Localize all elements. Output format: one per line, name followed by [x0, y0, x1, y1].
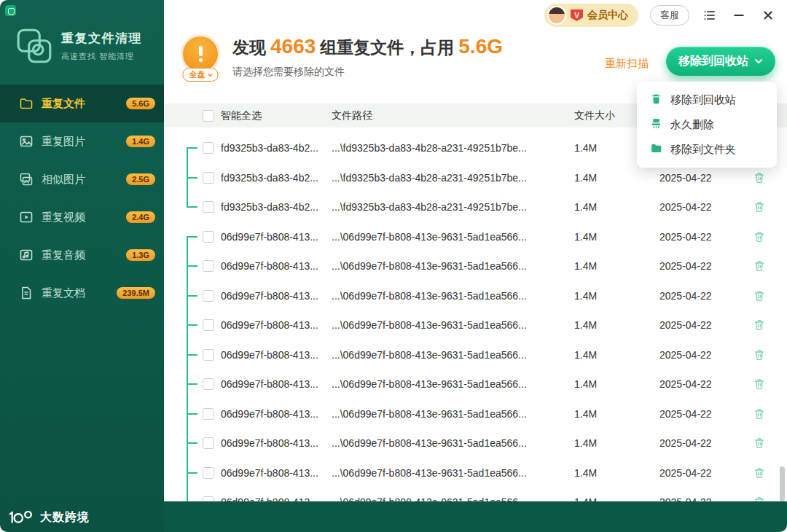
- file-date: 2025-04-22: [659, 201, 747, 213]
- file-path: ...\06d99e7f-b808-413e-9631-5ad1ea566...: [332, 290, 572, 302]
- file-path: ...\fd9325b3-da83-4b28-a231-49251b7be...: [332, 142, 572, 154]
- member-center-button[interactable]: V 会员中心: [544, 4, 638, 27]
- row-checkbox[interactable]: [203, 142, 214, 154]
- file-size: 1.4M: [572, 201, 659, 213]
- app-window: 重复文件清理 高速查找 智能清理 重复文件5.6G重复图片1.4G相似图片2.5…: [0, 0, 787, 532]
- scan-scope-badge[interactable]: 全盘: [183, 68, 219, 82]
- file-size: 1.4M: [572, 349, 659, 361]
- task-list-icon[interactable]: [701, 7, 719, 24]
- row-checkbox[interactable]: [203, 231, 214, 243]
- delete-row-icon[interactable]: [753, 259, 766, 273]
- delete-row-icon[interactable]: [753, 348, 766, 361]
- size-badge: 239.5M: [117, 287, 155, 299]
- delete-row-icon[interactable]: [753, 289, 766, 302]
- file-path: ...\06d99e7f-b808-413e-9631-5ad1ea566...: [332, 408, 572, 420]
- action-menu-item-label: 移除到回收站: [670, 93, 736, 107]
- file-path: ...\06d99e7f-b808-413e-9631-5ad1ea566...: [332, 319, 572, 331]
- delete-row-icon[interactable]: [753, 496, 766, 501]
- table-row: 06d99e7f-b808-413......\06d99e7f-b808-41…: [164, 340, 787, 370]
- file-date: 2025-04-22: [659, 290, 747, 302]
- row-checkbox[interactable]: [203, 496, 214, 501]
- row-checkbox[interactable]: [203, 290, 214, 302]
- row-checkbox[interactable]: [203, 201, 214, 213]
- table-row: 06d99e7f-b808-413......\06d99e7f-b808-41…: [164, 488, 787, 501]
- delete-row-icon[interactable]: [753, 230, 766, 243]
- brand-name: 大数跨境: [40, 510, 90, 525]
- file-date: 2025-04-22: [659, 231, 747, 243]
- file-size: 1.4M: [572, 319, 659, 331]
- scrollbar[interactable]: [780, 466, 785, 501]
- file-name: fd9325b3-da83-4b2...: [221, 201, 318, 213]
- size-badge: 2.4G: [126, 211, 155, 223]
- row-checkbox[interactable]: [203, 172, 214, 184]
- rescan-link[interactable]: 重新扫描: [605, 57, 649, 71]
- file-date: 2025-04-22: [659, 378, 747, 390]
- doc-icon: [19, 286, 34, 300]
- folder-icon: [650, 142, 662, 157]
- sidebar-item-label: 重复音频: [42, 249, 85, 262]
- file-date: 2025-04-22: [659, 260, 747, 272]
- brand-logo: 大数跨境: [7, 509, 90, 525]
- topbar: V 会员中心 客服: [164, 0, 787, 31]
- files-icon: [19, 96, 34, 111]
- close-icon[interactable]: [759, 7, 777, 24]
- minimize-icon[interactable]: [730, 7, 748, 24]
- table-row: 06d99e7f-b808-413......\06d99e7f-b808-41…: [164, 399, 787, 429]
- sidebar-item-4[interactable]: 重复音频1.3G: [0, 236, 164, 274]
- file-name: 06d99e7f-b808-413...: [221, 496, 318, 501]
- action-menu-item-2[interactable]: 移除到文件夹: [637, 137, 777, 162]
- row-checkbox[interactable]: [203, 378, 214, 390]
- delete-row-icon[interactable]: [753, 171, 766, 184]
- size-badge: 5.6G: [126, 98, 155, 109]
- select-all-checkbox[interactable]: [203, 110, 214, 122]
- file-size: 1.4M: [572, 437, 659, 449]
- file-size: 1.4M: [572, 467, 659, 479]
- delete-row-icon[interactable]: [753, 407, 766, 420]
- delete-row-icon[interactable]: [753, 378, 766, 391]
- action-menu-item-1[interactable]: 永久删除: [637, 112, 777, 137]
- file-name: fd9325b3-da83-4b2...: [221, 172, 318, 184]
- remove-to-recycle-label: 移除到回收站: [678, 54, 748, 69]
- file-name: fd9325b3-da83-4b2...: [221, 142, 318, 154]
- row-checkbox[interactable]: [203, 260, 214, 272]
- table-row: 06d99e7f-b808-413......\06d99e7f-b808-41…: [164, 222, 787, 252]
- file-path: ...\06d99e7f-b808-413e-9631-5ad1ea566...: [332, 349, 572, 361]
- table-row: 06d99e7f-b808-413......\06d99e7f-b808-41…: [164, 281, 787, 311]
- remove-to-recycle-button[interactable]: 移除到回收站: [666, 47, 775, 76]
- file-size: 1.4M: [572, 496, 659, 501]
- customer-service-button[interactable]: 客服: [650, 5, 689, 26]
- sidebar-item-1[interactable]: 重复图片1.4G: [0, 122, 164, 160]
- trash-icon: [650, 93, 662, 107]
- avatar: [547, 6, 566, 25]
- delete-row-icon[interactable]: [753, 466, 766, 480]
- file-name: 06d99e7f-b808-413...: [221, 260, 318, 272]
- row-checkbox[interactable]: [203, 437, 214, 449]
- footer-band: [164, 501, 787, 532]
- file-name: 06d99e7f-b808-413...: [221, 378, 318, 390]
- delete-row-icon[interactable]: [753, 437, 766, 450]
- duplicate-search-icon: [15, 26, 54, 66]
- sidebar-item-3[interactable]: 重复视频2.4G: [0, 198, 164, 236]
- row-checkbox[interactable]: [203, 349, 214, 361]
- file-path: ...\fd9325b3-da83-4b28-a231-49251b7be...: [332, 172, 572, 184]
- file-size: 1.4M: [572, 172, 659, 184]
- file-path: ...\fd9325b3-da83-4b28-a231-49251b7be...: [332, 201, 572, 213]
- row-checkbox[interactable]: [203, 319, 214, 331]
- sidebar-item-0[interactable]: 重复文件5.6G: [0, 85, 164, 122]
- sidebar-item-5[interactable]: 重复文档239.5M: [0, 274, 164, 312]
- sidebar-item-2[interactable]: 相似图片2.5G: [0, 160, 164, 198]
- action-menu-item-0[interactable]: 移除到回收站: [637, 87, 777, 112]
- scan-scope-label: 全盘: [189, 69, 205, 80]
- delete-row-icon[interactable]: [753, 200, 766, 214]
- table-body: fd9325b3-da83-4b2......\fd9325b3-da83-4b…: [164, 133, 787, 501]
- file-size: 1.4M: [572, 290, 659, 302]
- file-size: 1.4M: [572, 378, 659, 390]
- row-checkbox[interactable]: [203, 467, 214, 479]
- file-path: ...\06d99e7f-b808-413e-9631-5ad1ea566...: [332, 260, 572, 272]
- row-checkbox[interactable]: [203, 408, 214, 420]
- size-badge: 2.5G: [126, 173, 155, 185]
- file-size: 1.4M: [572, 231, 659, 243]
- action-menu-item-label: 移除到文件夹: [670, 143, 736, 157]
- chevron-down-icon: [754, 58, 763, 64]
- delete-row-icon[interactable]: [753, 318, 766, 332]
